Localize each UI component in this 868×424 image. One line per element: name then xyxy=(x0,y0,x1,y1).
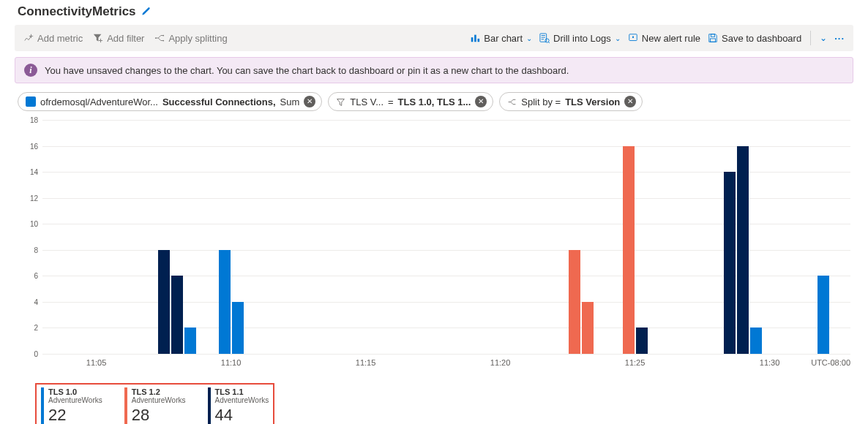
bar-chart-icon xyxy=(470,33,480,43)
y-tick-label: 18 xyxy=(30,116,38,124)
y-tick-label: 8 xyxy=(34,246,38,254)
y-tick-label: 0 xyxy=(34,350,38,358)
notice-text: You have unsaved changes to the chart. Y… xyxy=(45,65,569,76)
close-icon[interactable]: ✕ xyxy=(624,96,636,107)
legend-item[interactable]: TLS 1.2 AdventureWorks 28 xyxy=(124,387,186,424)
bar-group xyxy=(818,276,829,354)
y-tick-label: 2 xyxy=(34,324,38,332)
bar[interactable] xyxy=(171,276,183,354)
bar[interactable] xyxy=(184,328,196,354)
metric-pill[interactable]: ofrdemosql/AdventureWor... Successful Co… xyxy=(18,92,322,111)
y-tick-label: 6 xyxy=(34,272,38,280)
filter-value: TLS 1.0, TLS 1... xyxy=(398,96,471,107)
apply-splitting-button[interactable]: Apply splitting xyxy=(154,33,227,44)
metric-name-label: Successful Connections, xyxy=(162,96,276,107)
timezone-label: UTC-08:00 xyxy=(811,358,850,367)
legend-value: 44 xyxy=(215,406,269,424)
split-icon xyxy=(507,97,517,107)
chart-area: 024681012141618 UTC-08:00 11:0511:1011:1… xyxy=(18,120,850,383)
chevron-down-icon[interactable]: ⌄ xyxy=(820,33,827,43)
header: ConnectivityMetrics xyxy=(0,0,868,25)
legend-swatch xyxy=(41,387,44,424)
svg-point-2 xyxy=(163,40,165,42)
filter-icon xyxy=(336,97,345,107)
svg-rect-10 xyxy=(711,39,716,42)
bar[interactable] xyxy=(569,250,580,354)
legend-series-name: TLS 1.2 xyxy=(132,387,186,396)
legend-series-name: TLS 1.1 xyxy=(215,387,269,396)
new-alert-label: New alert rule xyxy=(642,33,700,44)
svg-rect-3 xyxy=(471,37,474,42)
legend-resource: AdventureWorks xyxy=(132,396,186,404)
bar[interactable] xyxy=(623,146,635,354)
filter-pill-row: ofrdemosql/AdventureWor... Successful Co… xyxy=(0,89,868,113)
filter-pill[interactable]: TLS V... = TLS 1.0, TLS 1... ✕ xyxy=(328,92,493,111)
more-options-button[interactable]: ··· xyxy=(834,33,845,44)
new-alert-button[interactable]: New alert rule xyxy=(628,33,700,44)
chart-type-selector[interactable]: Bar chart ⌄ xyxy=(470,33,532,44)
bar[interactable] xyxy=(232,302,244,354)
y-tick-label: 12 xyxy=(30,194,38,202)
add-metric-button[interactable]: Add metric xyxy=(23,33,83,44)
save-icon xyxy=(708,33,718,43)
bar-group xyxy=(569,250,594,354)
edit-title-icon[interactable] xyxy=(141,7,151,17)
bar[interactable] xyxy=(750,328,762,354)
bar-group xyxy=(724,146,762,354)
x-axis: UTC-08:00 11:0511:1011:1511:2011:2511:30 xyxy=(42,354,850,383)
filter-prefix: TLS V... xyxy=(350,96,384,107)
legend-resource: AdventureWorks xyxy=(215,396,269,404)
x-tick-label: 11:05 xyxy=(86,358,107,367)
close-icon[interactable]: ✕ xyxy=(475,96,487,107)
legend-resource: AdventureWorks xyxy=(48,396,102,404)
chart-toolbar: Add metric Add filter Apply splitting Ba… xyxy=(15,25,853,51)
drill-logs-label: Drill into Logs xyxy=(553,33,611,44)
legend-swatch xyxy=(124,387,127,424)
legend-item[interactable]: TLS 1.1 AdventureWorks 44 xyxy=(208,387,269,424)
plot-area xyxy=(42,120,850,354)
chevron-down-icon: ⌄ xyxy=(526,34,532,42)
svg-rect-5 xyxy=(478,39,480,42)
alert-icon xyxy=(628,33,638,43)
y-axis: 024681012141618 xyxy=(18,120,42,354)
legend-box: TLS 1.0 AdventureWorks 22 TLS 1.2 Advent… xyxy=(35,383,274,424)
legend-series-name: TLS 1.0 xyxy=(48,387,102,396)
info-icon: i xyxy=(24,64,37,77)
bar-group xyxy=(219,250,244,354)
bar[interactable] xyxy=(158,250,170,354)
close-icon[interactable]: ✕ xyxy=(304,96,315,107)
add-metric-label: Add metric xyxy=(37,33,83,44)
page-title: ConnectivityMetrics xyxy=(18,4,136,19)
save-dashboard-button[interactable]: Save to dashboard xyxy=(708,33,801,44)
add-filter-label: Add filter xyxy=(107,33,144,44)
bar[interactable] xyxy=(724,172,736,354)
split-prefix: Split by = xyxy=(521,96,561,107)
unsaved-notice: i You have unsaved changes to the chart.… xyxy=(15,57,853,83)
svg-point-0 xyxy=(155,37,157,39)
drill-logs-button[interactable]: Drill into Logs ⌄ xyxy=(539,33,621,44)
svg-point-1 xyxy=(163,35,165,37)
legend-value: 28 xyxy=(132,406,186,424)
save-dashboard-label: Save to dashboard xyxy=(722,33,801,44)
chart-type-label: Bar chart xyxy=(484,33,523,44)
x-tick-label: 11:30 xyxy=(760,358,780,367)
bar[interactable] xyxy=(636,328,648,354)
bar[interactable] xyxy=(219,250,231,354)
split-pill[interactable]: Split by = TLS Version ✕ xyxy=(499,92,643,111)
legend-swatch xyxy=(208,387,211,424)
divider xyxy=(810,31,811,45)
add-filter-button[interactable]: Add filter xyxy=(93,33,144,44)
x-tick-label: 11:15 xyxy=(356,358,376,367)
legend-item[interactable]: TLS 1.0 AdventureWorks 22 xyxy=(41,387,102,424)
svg-rect-4 xyxy=(474,35,476,42)
metric-agg-label: Sum xyxy=(280,96,300,107)
split-value: TLS Version xyxy=(565,96,620,107)
resource-icon xyxy=(26,96,36,107)
bar[interactable] xyxy=(582,302,594,354)
legend-value: 22 xyxy=(48,406,102,424)
bar[interactable] xyxy=(818,276,829,354)
bar[interactable] xyxy=(737,146,749,354)
y-tick-label: 14 xyxy=(30,168,38,176)
filter-eq: = xyxy=(388,96,394,107)
y-tick-label: 10 xyxy=(30,220,38,228)
